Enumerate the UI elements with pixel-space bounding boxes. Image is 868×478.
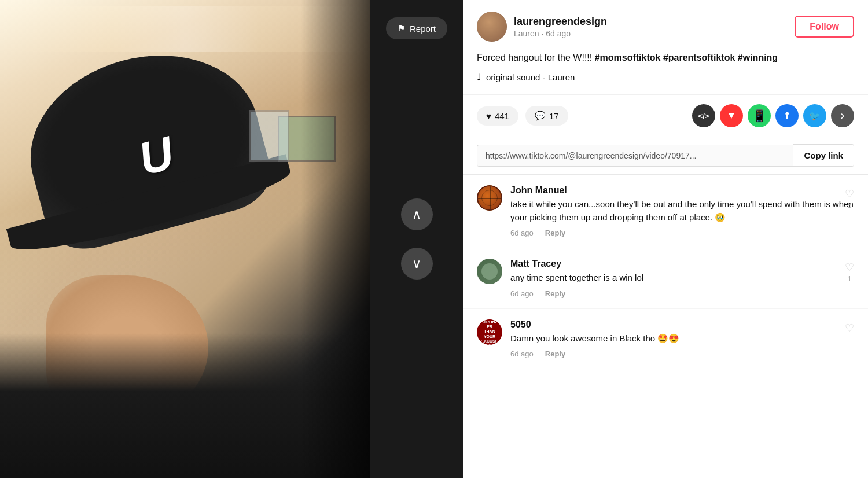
comment-avatar-john [477,185,502,211]
comment-like-section: ♡ [845,322,854,336]
actions-row: ♥ 441 💬 17 </> ▼ 📱 f 🐦 › [463,95,868,137]
right-panel: laurengreendesign Lauren · 6d ago Follow… [463,0,868,478]
sound-label: original sound - Lauren [486,72,575,82]
username[interactable]: laurengreendesign [514,16,607,28]
link-input[interactable] [477,145,793,167]
display-name: Lauren [514,29,539,38]
twitter-icon: 🐦 [809,111,821,122]
like-button[interactable]: ♥ 441 [477,106,518,126]
like-heart-icon[interactable]: ♡ [845,322,854,334]
comment-button[interactable]: 💬 17 [525,106,568,126]
reply-button[interactable]: Reply [545,289,565,298]
comment-body-matt: Matt Tracey any time spent together is a… [510,259,854,298]
report-label: Report [410,24,436,34]
comment-text: any time spent together is a win lol [510,271,854,285]
embed-icon: </> [698,112,709,120]
sound-row[interactable]: ♩ original sound - Lauren [477,72,854,83]
comments-section: John Manuel take it while you can...soon… [463,175,868,478]
report-button[interactable]: ⚑ Report [386,17,447,39]
more-share-button[interactable]: › [831,104,854,127]
comment-time: 6d ago [510,289,534,298]
comment-item: BESTRONGERTHANYOUREXCUSES 5050 Damn you … [463,309,868,370]
comment-like-section: ♡ 1 [845,261,854,283]
comments-count: 17 [549,111,559,121]
whatsapp-button[interactable]: 📱 [748,104,771,127]
post-header: laurengreendesign Lauren · 6d ago Follow… [463,0,868,95]
comment-item: Matt Tracey any time spent together is a… [463,248,868,309]
dark-overlay [301,0,370,478]
next-video-button[interactable]: ∨ [401,248,433,280]
more-icon: › [840,108,844,123]
reply-button[interactable]: Reply [545,350,565,358]
user-details: laurengreendesign Lauren · 6d ago [514,16,607,38]
user-meta: Lauren · 6d ago [514,29,607,38]
up-arrow-icon: ∧ [412,207,421,222]
comment-body-5050: 5050 Damn you look awesome in Black tho … [510,319,854,359]
comment-icon: 💬 [535,111,546,121]
comment-username[interactable]: John Manuel [510,185,854,196]
comment-username[interactable]: 5050 [510,319,854,330]
comment-text: take it while you can...soon they'll be … [510,198,854,224]
comment-time: 6d ago [510,350,534,358]
like-heart-icon[interactable]: ♡ [845,261,854,274]
comment-meta: 6d ago Reply [510,350,854,358]
comment-meta: 6d ago Reply [510,289,854,298]
user-row: laurengreendesign Lauren · 6d ago Follow [477,12,854,42]
hashtags[interactable]: #momsoftiktok #parentsoftiktok #winning [595,53,778,62]
likes-count: 441 [495,111,509,121]
control-panel: ⚑ Report ∧ ∨ [370,0,463,478]
twitter-button[interactable]: 🐦 [803,104,826,127]
comment-avatar-matt [477,259,502,284]
user-info: laurengreendesign Lauren · 6d ago [477,12,607,42]
reply-button[interactable]: Reply [545,229,565,237]
comment-meta: 6d ago Reply [510,229,854,237]
comment-time: 6d ago [510,229,534,237]
comment-like-count: 1 [848,275,852,283]
comment-body-john: John Manuel take it while you can...soon… [510,185,854,237]
comment-text: Damn you look awesome in Black tho 🤩😍 [510,332,854,345]
facebook-button[interactable]: f [775,104,799,127]
like-heart-icon[interactable]: ♡ [845,187,854,200]
repost-icon: ▼ [727,111,736,121]
music-icon: ♩ [477,72,481,83]
caption-text: Forced hangout for the W!!!! [477,53,595,62]
whatsapp-icon: 📱 [752,109,767,123]
follow-button[interactable]: Follow [795,16,854,38]
flag-icon: ⚑ [398,23,405,34]
comment-avatar-5050: BESTRONGERTHANYOUREXCUSES [477,319,502,345]
video-panel: U [0,0,370,478]
link-row: Copy link [463,137,868,175]
copy-link-button[interactable]: Copy link [793,144,854,167]
post-caption: Forced hangout for the W!!!! #momsoftikt… [477,51,854,65]
heart-icon: ♥ [486,111,491,121]
facebook-icon: f [785,110,789,122]
comment-username[interactable]: Matt Tracey [510,259,854,269]
prev-video-button[interactable]: ∧ [401,198,433,230]
time-ago: 6d ago [546,29,571,38]
user-avatar[interactable] [477,12,507,42]
repost-button[interactable]: ▼ [720,104,743,127]
comment-like-count: 5 [848,201,852,209]
down-arrow-icon: ∨ [412,256,421,271]
comment-like-section: ♡ 5 [845,187,854,209]
embed-button[interactable]: </> [692,104,715,127]
share-icons: </> ▼ 📱 f 🐦 › [692,104,854,127]
window [249,110,289,162]
comment-item: John Manuel take it while you can...soon… [463,175,868,248]
